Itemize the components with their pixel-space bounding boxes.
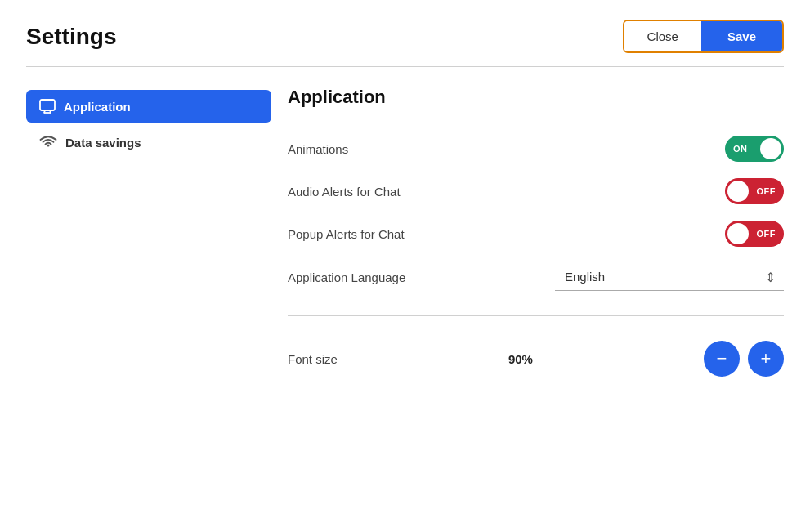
audio-alerts-toggle[interactable]: OFF	[725, 178, 784, 204]
popup-alerts-toggle-knob	[727, 223, 749, 244]
font-size-controls: − +	[704, 341, 784, 377]
sidebar-item-data-savings[interactable]: Data savings	[26, 126, 271, 159]
font-size-value: 90%	[508, 352, 533, 366]
monitor-icon	[39, 99, 56, 114]
animations-toggle[interactable]: ON	[725, 136, 784, 162]
font-size-row: Font size 90% − +	[288, 333, 784, 385]
popup-alerts-toggle-label: OFF	[757, 229, 776, 239]
popup-alerts-row: Popup Alerts for Chat OFF	[288, 212, 784, 255]
font-size-label: Font size	[288, 352, 338, 366]
audio-alerts-row: Audio Alerts for Chat OFF	[288, 170, 784, 212]
svg-rect-0	[40, 100, 55, 110]
audio-alerts-toggle-label: OFF	[757, 186, 776, 196]
section-title: Application	[288, 87, 784, 108]
audio-alerts-label: Audio Alerts for Chat	[288, 185, 401, 199]
animations-toggle-wrapper: ON	[725, 136, 784, 162]
save-button[interactable]: Save	[701, 21, 782, 51]
animations-row: Animations ON	[288, 127, 784, 170]
audio-alerts-toggle-knob	[727, 181, 749, 202]
popup-alerts-toggle-wrapper: OFF	[725, 221, 784, 247]
section-divider	[288, 315, 784, 316]
header: Settings Close Save	[26, 20, 784, 53]
popup-alerts-label: Popup Alerts for Chat	[288, 227, 405, 241]
language-label: Application Language	[288, 270, 405, 284]
wifi-icon	[39, 135, 57, 150]
language-row: Application Language English Spanish Fre…	[288, 255, 784, 299]
font-increase-button[interactable]: +	[748, 341, 784, 377]
animations-toggle-knob	[760, 138, 781, 159]
header-divider	[26, 66, 784, 67]
sidebar-item-application[interactable]: Application	[26, 90, 271, 123]
page-title: Settings	[26, 24, 116, 50]
page-container: Settings Close Save Application	[0, 0, 810, 532]
animations-label: Animations	[288, 142, 348, 156]
popup-alerts-toggle[interactable]: OFF	[725, 221, 784, 247]
font-decrease-button[interactable]: −	[704, 341, 740, 377]
content-layout: Application Data savings Application	[26, 87, 784, 385]
audio-alerts-toggle-wrapper: OFF	[725, 178, 784, 204]
header-actions: Close Save	[623, 20, 784, 53]
sidebar-item-application-label: Application	[64, 100, 131, 114]
language-select-wrapper: English Spanish French German Japanese ⇕	[555, 263, 784, 291]
sidebar-item-data-savings-label: Data savings	[65, 136, 141, 150]
main-content: Application Animations ON Audio Alerts f…	[271, 87, 784, 385]
animations-toggle-label: ON	[733, 144, 748, 154]
close-button[interactable]: Close	[624, 21, 701, 51]
sidebar: Application Data savings	[26, 87, 271, 385]
language-select[interactable]: English Spanish French German Japanese	[555, 263, 784, 291]
